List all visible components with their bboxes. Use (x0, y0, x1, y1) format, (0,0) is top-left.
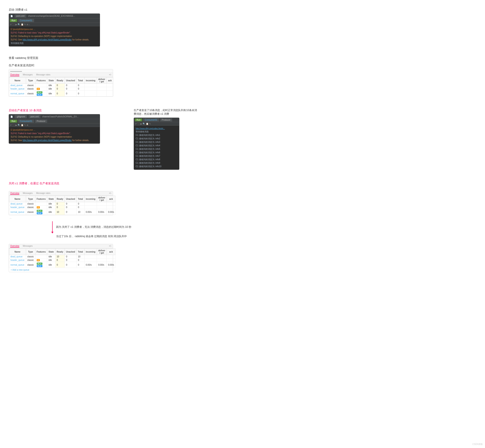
row1-state: idle (47, 84, 55, 87)
t3-row3-ack: 0.00/s (107, 262, 115, 268)
t2-row2-state: idle (47, 206, 55, 209)
t3-row1-type: classic (26, 255, 35, 258)
add-new-queue-btn[interactable]: + Add a new queue (9, 268, 113, 272)
consumer-msg-7: C1 接收到的消息为: info7 (136, 154, 178, 158)
t3-row1-ack (107, 255, 115, 258)
ide-code-preview: channel.exchangeDeclare(DEAD_EXCHANGE... (28, 15, 98, 17)
ide-line3-suffix: for further details. (72, 39, 89, 41)
t2-th-ack: ack (107, 196, 115, 202)
t3-row1-name[interactable]: dead_queue (9, 255, 26, 258)
row3-deliver (97, 91, 106, 96)
t3-th-state: State (47, 249, 55, 255)
t3-row3-name[interactable]: normal_queue (9, 262, 26, 268)
t3-th-ack: ack (107, 249, 115, 255)
t2-row3-total: 10 (77, 209, 84, 215)
t2-row3-unacked: 0 (65, 209, 77, 215)
row2-type: classic (26, 87, 35, 91)
table-row: header_queue classic D idle 0 0 0 (9, 258, 115, 262)
t2-th-ready: Ready (55, 196, 65, 202)
producer-consumer-tab[interactable]: Consumer01 (18, 120, 34, 123)
ide-path: E:\java\jdk\bin\java.exe ... (11, 28, 98, 31)
t2-row1-name[interactable]: dead_queue (9, 202, 26, 206)
ide-filename-tab[interactable]: pom.xml (15, 14, 26, 18)
t3-row2-deliver (97, 258, 106, 262)
producer-ide-titlebar: 📄 .gitignore pom.xml channel.basicPublis… (9, 114, 100, 119)
row1-incoming (84, 84, 97, 87)
rmq-table1: Name Type Features State Ready Unacked T… (9, 77, 113, 96)
t3-row2-features: D (35, 258, 47, 262)
rmq2-plus-minus[interactable]: +/- (109, 192, 112, 195)
rmq-table2: Name Type Features State Ready Unacked T… (9, 196, 115, 215)
th-name: Name (9, 77, 26, 84)
row2-total: 0 (77, 87, 84, 91)
producer-producer-tab[interactable]: Producer (35, 120, 47, 123)
rmq-table3: Name Type Features State Ready Unacked T… (9, 248, 115, 268)
row3-name[interactable]: normal_queue (9, 91, 26, 96)
t2-row1-ready: 0 (55, 202, 65, 206)
producer-tab-gitignore[interactable]: .gitignore (15, 115, 27, 118)
rmq2-nav-overview[interactable]: Overview (10, 192, 19, 195)
close-consumer-title: 关闭 c1 消费者，在通过 生产者发送消息 (9, 182, 252, 185)
t3-badge-DLX: DLX (37, 263, 42, 265)
t3-row3-ready: 0 (55, 262, 65, 268)
run-button[interactable]: Run (10, 19, 17, 22)
t3-th-type: Type (26, 249, 35, 255)
rmq-nav-overview[interactable]: Overview (10, 73, 19, 76)
rmq-table3-container: Overview Messages +/- Name Type Features… (9, 244, 113, 272)
ide-line3-link[interactable]: http://www.slf4j.org/codes.html#StaticLo… (23, 39, 72, 41)
producer-line3-prefix: SLF4J: See (11, 139, 23, 142)
t2-th-state: State (47, 196, 55, 202)
annotation-text: 因为 关闭了 c1 消费者，无法 消费消息，消息的过期时间为 10 秒 当过了1… (56, 224, 131, 240)
producer-line1: SLF4J: Failed to load class "org.slf4j.i… (11, 132, 98, 135)
consumer-tab[interactable]: Consumer01 (18, 19, 34, 22)
t3-th-features: Features (35, 249, 47, 255)
row3-unacked: 0 (65, 91, 77, 96)
producer-run-btn[interactable]: Run (10, 120, 17, 123)
start-consumer-title: 启动 消费者 c1 (9, 8, 252, 12)
consumer-right-toolbar: Run Consumer01 Producer (134, 118, 179, 122)
t2-row1-ack (107, 202, 115, 206)
producer-ide-content: E:\java\jdk\bin\java.exe ... SLF4J: Fail… (9, 127, 100, 144)
arrow-annotation-container: 因为 关闭了 c1 消费者，无法 消费消息，消息的过期时间为 10 秒 当过了1… (9, 221, 252, 240)
t2-row3-name[interactable]: normal_queue (9, 209, 26, 215)
t3-row2-ready: 0 (55, 258, 65, 262)
ide-line3: SLF4J: See http://www.slf4j.org/codes.ht… (11, 38, 98, 41)
t3-row2-total: 0 (77, 258, 84, 262)
consumer-right-run-btn[interactable]: Run (135, 119, 142, 121)
rmq3-nav-overview[interactable]: Overview (10, 245, 19, 248)
table-row: dead_queue classic idle 10 0 10 (9, 255, 115, 258)
t3-row3-state: idle (47, 262, 55, 268)
t3-row3-type: classic (26, 262, 35, 268)
producer-line3-link[interactable]: http://www.slf4j.org/codes.html#StaticLo… (23, 139, 72, 142)
rmq-table2-container: Overview Messages Message rates +/- Name… (9, 191, 113, 215)
t2-row2-type: classic (26, 206, 35, 209)
t3-row2-name[interactable]: header_queue (9, 258, 26, 262)
row1-type: classic (26, 84, 35, 87)
t2-row2-name[interactable]: header_queue (9, 206, 26, 209)
row2-ready: 0 (55, 87, 65, 91)
producer-channel-line: channel.basicPublish(NORMAL_EX... (42, 115, 98, 118)
rmq3-plus-minus[interactable]: +/- (109, 245, 112, 248)
th-type: Type (26, 77, 35, 84)
row3-ready: 0 (55, 91, 65, 96)
th-state: State (47, 77, 55, 84)
t3-row2-type: classic (26, 258, 35, 262)
producer-ide-toolbar: Run Consumer01 Producer (9, 119, 100, 123)
row1-ready: 0 (55, 84, 65, 87)
th-deliver: deliver / get (97, 77, 106, 84)
t3-row3-total: 0 (77, 262, 84, 268)
t2-row2-ready: 0 (55, 206, 65, 209)
t2-row3-ack: 0.00/s (107, 209, 115, 215)
consumer-msg-10: C1 接收到的消息为: info10 (136, 165, 178, 168)
rmq-plus-minus[interactable]: +/- (109, 73, 112, 76)
consumer-right-tab1[interactable]: Consumer01 (143, 118, 159, 121)
row2-name[interactable]: header_queue (9, 87, 26, 91)
row1-name[interactable]: dead_queue (9, 84, 26, 87)
producer-toolbar-icons: ↺ ⬛ ▶ 🔍 📋 ✎ ⊕ (10, 124, 28, 126)
th-ack: ack (107, 77, 113, 84)
rmq-table1-container: ▬▬▬▬▬▬ Overview Messages Message rates +… (9, 69, 113, 97)
t2-th-features: Features (35, 196, 47, 202)
consumer-right-tab2[interactable]: Producer (160, 118, 172, 121)
t2-row1-type: classic (26, 202, 35, 206)
producer-tab-pom[interactable]: pom.xml (29, 115, 40, 118)
